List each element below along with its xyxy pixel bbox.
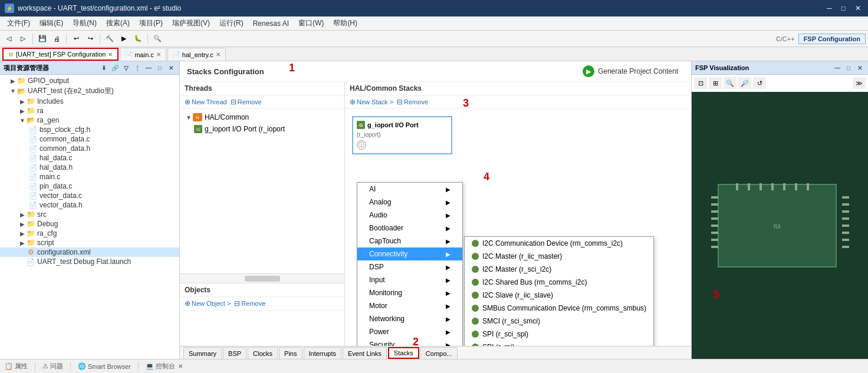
tree-item-hal-data-h[interactable]: 📄 hal_data.h [0,163,179,172]
script-toggle[interactable]: ▶ [19,240,26,246]
tree-item-config-xml[interactable]: ⚙ configuration.xml [0,247,179,257]
status-problems[interactable]: ⚠ 问题 [42,362,63,371]
tab-fsp-close[interactable]: ✕ [108,51,113,58]
filter-icon[interactable]: ▽ [121,63,131,72]
fsp-vis-maximize[interactable]: □ [844,63,853,72]
menu-input[interactable]: Input ▶ [357,273,462,286]
debug-toggle[interactable]: ▶ [19,221,26,227]
menu-analog[interactable]: Analog ▶ [357,196,462,209]
toolbar-build[interactable]: 🔨 [103,32,116,45]
tree-item-common-data-h[interactable]: 📄 common_data.h [0,144,179,153]
tree-item-common-data-c[interactable]: 📄 common_data.c [0,134,179,144]
menu-renesas-ai[interactable]: Renesas AI [248,18,294,29]
toolbar-redo[interactable]: ↪ [84,32,97,45]
menu-project[interactable]: 项目(P) [134,17,167,29]
toolbar-search[interactable]: 🔍 [151,32,164,45]
tree-item-src[interactable]: ▶ 📁 src [0,210,179,219]
toolbar-save[interactable]: 💾 [36,32,49,45]
fsp-config-button[interactable]: FSP Configuration [798,34,866,44]
minimize-panel-icon[interactable]: — [144,63,153,72]
fsp-vis-zoom-out[interactable]: 🔎 [738,77,751,89]
fsp-vis-zoom-fit[interactable]: ⊡ [694,77,707,89]
toolbar-run[interactable]: ▶ [117,32,130,45]
src-toggle[interactable]: ▶ [19,212,26,218]
fsp-vis-refresh[interactable]: ↺ [753,77,766,89]
toolbar-back[interactable]: ◁ [2,32,15,45]
tree-item-uart-test[interactable]: ▼ 📂 UART_test (在e2_studio里) [0,85,179,97]
tree-item-vector-data-h[interactable]: 📄 vector_data.h [0,200,179,210]
fsp-vis-btn1[interactable]: ≫ [853,77,866,89]
menu-dsp[interactable]: DSP ▶ [357,260,462,273]
view-menu-icon[interactable]: ⋮ [133,63,142,72]
sub-i2c-master-sci[interactable]: I2C Master (r_sci_i2c) [465,263,653,276]
status-console[interactable]: 💻 控制台 ✕ [146,362,183,371]
fsp-vis-minimize[interactable]: — [833,63,842,72]
collapse-all-icon[interactable]: ⬇ [99,63,108,72]
maximize-panel-icon[interactable]: □ [155,63,165,72]
link-editor-icon[interactable]: 🔗 [110,63,120,72]
menu-power[interactable]: Power ▶ [357,325,462,338]
menu-monitoring[interactable]: Monitoring ▶ [357,286,462,299]
tree-item-ra-cfg[interactable]: ▶ 📁 ra_cfg [0,229,179,238]
sub-i2c-master-iic[interactable]: I2C Master (r_iic_master) [465,250,653,263]
remove-stack-btn[interactable]: ⊟ Remove [397,98,428,106]
sub-i2c-shared[interactable]: I2C Shared Bus (rm_comms_i2c) [465,276,653,289]
sub-spi-rpi[interactable]: SPI (r_rpi) [465,341,653,346]
sub-i2c-slave[interactable]: I2C Slave (r_iic_slave) [465,289,653,302]
new-thread-btn[interactable]: ⊕ New Thread [185,98,227,106]
maximize-btn[interactable]: □ [839,4,848,12]
hal-stack-box[interactable]: G g_ioport I/O Port (r_ioport) ⓘ [352,116,452,154]
menu-file[interactable]: 文件(F) [2,17,35,29]
menu-navigate[interactable]: 导航(N) [68,17,101,29]
menu-audio[interactable]: Audio ▶ [357,209,462,222]
tree-item-pin-data[interactable]: 📄 pin_data.c [0,181,179,191]
remove-object-btn[interactable]: ⊟ Remove [234,299,265,308]
includes-toggle[interactable]: ▶ [19,98,26,105]
remove-thread-btn[interactable]: ⊟ Remove [231,98,262,106]
tab-main-c[interactable]: 📄 main.c ✕ [120,48,166,61]
ra-gen-toggle[interactable]: ▼ [19,117,26,124]
tree-item-vector-data-c[interactable]: 📄 vector_data.c [0,191,179,200]
toolbar-undo[interactable]: ↩ [70,32,83,45]
tree-item-script[interactable]: ▶ 📁 script [0,238,179,247]
tree-item-uart-launch[interactable]: 📄 UART_test Debug Flat.launch [0,257,179,266]
console-close[interactable]: ✕ [178,363,183,369]
new-stack-btn[interactable]: ⊕ New Stack > [350,98,393,106]
menu-ai[interactable]: AI ▶ [357,183,462,196]
toolbar-debug[interactable]: 🐛 [131,32,144,45]
tree-item-ra[interactable]: ▶ 📁 ra [0,106,179,115]
close-btn[interactable]: ✕ [853,4,863,12]
menu-captouch[interactable]: CapTouch ▶ [357,235,462,247]
tree-item-debug[interactable]: ▶ 📁 Debug [0,219,179,229]
menu-help[interactable]: 帮助(H) [328,17,362,29]
sub-i2c-comms[interactable]: I2C Communication Device (rm_comms_i2c) [465,237,653,250]
generate-project-btn[interactable]: ▶ Generate Project Content [577,64,684,79]
tree-item-ra-gen[interactable]: ▼ 📂 ra_gen [0,115,179,125]
tree-item-bsp[interactable]: 📄 bsp_clock_cfg.h [0,125,179,134]
toolbar-forward[interactable]: ▷ [17,32,29,45]
close-panel-icon[interactable]: ✕ [166,63,176,72]
sub-spi-sci[interactable]: SPI (r_sci_spi) [465,328,653,341]
tree-item-hal-data-c[interactable]: 📄 hal_data.c [0,153,179,163]
tab-event-links[interactable]: Event Links [343,347,387,359]
tab-clocks[interactable]: Clocks [248,347,278,359]
minimize-btn[interactable]: ─ [824,4,834,12]
hal-common-toggle[interactable]: ▼ [186,114,192,121]
tree-item-gpio[interactable]: ▶ 📁 GPIO_output [0,76,179,85]
gpio-toggle[interactable]: ▶ [9,78,17,84]
tree-item-main-c[interactable]: 📄 main.c [0,172,179,181]
tab-pins[interactable]: Pins [279,347,302,359]
tab-hal-entry[interactable]: 📄 hal_entry.c ✕ [167,48,226,61]
tab-hal-close[interactable]: ✕ [216,51,221,58]
tab-stacks[interactable]: Stacks [388,347,419,359]
hal-common-node[interactable]: ▼ H HAL/Common [182,111,342,123]
tab-summary[interactable]: Summary [183,347,222,359]
status-smart-browser[interactable]: 🌐 Smart Browser [78,362,131,370]
ra-toggle[interactable]: ▶ [19,108,26,114]
fsp-vis-zoom-in[interactable]: 🔍 [724,77,737,89]
ioport-item[interactable]: G g_ioport I/O Port (r_ioport [182,123,342,135]
ra-cfg-toggle[interactable]: ▶ [19,230,26,237]
tab-fsp-config[interactable]: ⚙ [UART_test] FSP Configuration ✕ [2,48,119,61]
uart-test-toggle[interactable]: ▼ [9,88,17,94]
tab-compo[interactable]: Compo... [420,347,458,359]
